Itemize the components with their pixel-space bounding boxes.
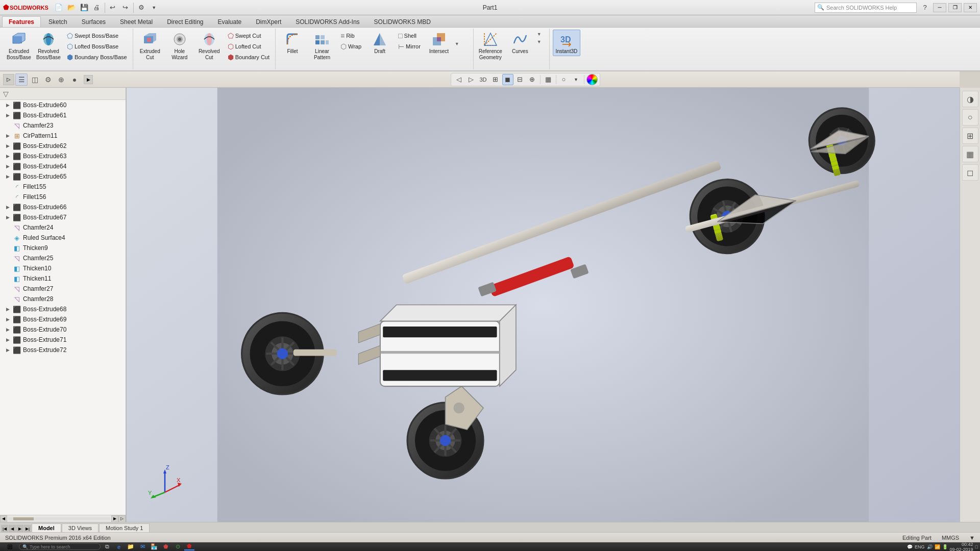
revolved-cut-btn[interactable]: RevolvedCut <box>195 30 223 62</box>
tree-item-thicken11[interactable]: ◧Thicken11 <box>0 273 126 284</box>
h-scroll-track[interactable] <box>8 517 110 520</box>
tab-addins[interactable]: SOLIDWORKS Add-Ins <box>289 16 366 27</box>
options-btn[interactable]: ⚙ <box>135 2 148 13</box>
new-btn[interactable]: 📄 <box>53 2 65 13</box>
reference-geometry-btn[interactable]: ReferenceGeometry <box>477 30 504 62</box>
tree-item-chamfer24[interactable]: ◹Chamfer24 <box>0 222 126 233</box>
curves-dropdown[interactable]: ▼ <box>536 38 546 45</box>
ref-dropdown[interactable]: ▼ <box>536 31 546 38</box>
config-manager-tab[interactable]: ⚙ <box>42 73 54 86</box>
network-icon[interactable]: 📶 <box>935 544 940 549</box>
boundary-boss-btn[interactable]: ⬢ Boundary Boss/Base <box>64 52 130 62</box>
tree-item-chamfer28[interactable]: ◹Chamfer28 <box>0 294 126 304</box>
notification-icon[interactable]: 💬 <box>907 544 913 549</box>
minimize-btn[interactable]: ─ <box>933 3 946 12</box>
tree-item-chamfer23[interactable]: ◹Chamfer23 <box>0 120 126 131</box>
appearance-btn[interactable]: ◑ <box>962 91 978 107</box>
tree-item-boss-extrude67[interactable]: ▶⬛Boss-Extrude67 <box>0 212 126 222</box>
boundary-cut-btn[interactable]: ⬢ Boundary Cut <box>225 52 272 62</box>
draft-btn[interactable]: Draft <box>366 30 394 56</box>
normal-to-btn[interactable]: ⊞ <box>490 74 501 85</box>
task-view-btn[interactable]: ⧉ <box>102 543 112 550</box>
decals-btn[interactable]: ⊞ <box>962 128 978 144</box>
scroll-right-btn[interactable]: ▶ <box>111 515 118 522</box>
tab-sheet-metal[interactable]: Sheet Metal <box>113 16 159 27</box>
edge-icon[interactable]: e <box>114 543 124 550</box>
rib-btn[interactable]: ≡ Rib <box>338 31 364 41</box>
prev-view-btn[interactable]: ◁ <box>453 74 464 85</box>
tree-item-boss-extrude64[interactable]: ▶⬛Boss-Extrude64 <box>0 161 126 171</box>
tree-item-cirpattern11[interactable]: ▶⊞CirPattern11 <box>0 131 126 141</box>
mirror-btn[interactable]: ⊢ Mirror <box>396 41 423 52</box>
mail-icon[interactable]: ✉ <box>137 543 148 550</box>
camera-btn[interactable]: ◻ <box>962 164 978 181</box>
tab-sketch[interactable]: Sketch <box>42 16 74 27</box>
tree-item-boss-extrude70[interactable]: ▶⬛Boss-Extrude70 <box>0 324 126 335</box>
display-manager-tab[interactable]: ● <box>68 73 81 86</box>
wrap-btn[interactable]: ⬡ Wrap <box>338 41 364 52</box>
sound-icon[interactable]: 🔊 <box>927 544 933 549</box>
start-btn[interactable]: ⊞ <box>2 543 17 550</box>
tab-features[interactable]: Features <box>2 16 41 27</box>
tree-item-boss-extrude62[interactable]: ▶⬛Boss-Extrude62 <box>0 141 126 151</box>
tree-item-boss-extrude60[interactable]: ▶⬛Boss-Extrude60 <box>0 100 126 110</box>
solidworks-icon[interactable]: ⬟ <box>184 543 194 550</box>
tree-item-fillet155[interactable]: ◜Fillet155 <box>0 182 126 192</box>
shaded-btn[interactable]: ◼ <box>502 74 513 85</box>
tab-nav-first[interactable]: |◀ <box>1 525 8 532</box>
tree-item-boss-extrude68[interactable]: ▶⬛Boss-Extrude68 <box>0 304 126 314</box>
tab-nav-last[interactable]: ▶| <box>24 525 31 532</box>
print-btn[interactable]: 🖨 <box>91 2 103 13</box>
save-btn[interactable]: 💾 <box>78 2 90 13</box>
hole-wizard-btn[interactable]: HoleWizard <box>166 30 193 62</box>
help-btn[interactable]: ? <box>919 2 931 13</box>
explorer-icon[interactable]: 📁 <box>126 543 136 550</box>
curves-btn[interactable]: Curves <box>506 30 534 56</box>
tree-item-boss-extrude63[interactable]: ▶⬛Boss-Extrude63 <box>0 151 126 161</box>
tree-item-boss-extrude69[interactable]: ▶⬛Boss-Extrude69 <box>0 314 126 324</box>
swept-boss-btn[interactable]: ⬠ Swept Boss/Base <box>64 31 130 41</box>
tab-nav-next[interactable]: ▶ <box>16 525 23 532</box>
appearance-indicator[interactable] <box>586 74 598 85</box>
scene-btn[interactable]: ○ <box>558 74 570 85</box>
shell-btn[interactable]: □ Shell <box>396 31 423 41</box>
3d-viewport[interactable]: X Y Z <box>127 88 960 522</box>
extruded-cut-btn[interactable]: ExtrudedCut <box>136 30 164 62</box>
tab-nav-prev[interactable]: ◀ <box>9 525 16 532</box>
tree-item-thicken9[interactable]: ◧Thicken9 <box>0 243 126 253</box>
extruded-boss-btn[interactable]: ExtrudedBoss/Base <box>5 30 33 62</box>
store-icon[interactable]: 🏪 <box>149 543 159 550</box>
intersect-btn[interactable]: Intersect <box>425 30 453 56</box>
h-scroll-thumb[interactable] <box>13 517 34 520</box>
tree-item-boss-extrude61[interactable]: ▶⬛Boss-Extrude61 <box>0 110 126 120</box>
tab-3d-views[interactable]: 3D Views <box>62 523 99 532</box>
scene-btn[interactable]: ○ <box>962 109 978 126</box>
restore-btn[interactable]: ❐ <box>948 3 962 12</box>
tree-item-fillet156[interactable]: ◜Fillet156 <box>0 192 126 202</box>
search-taskbar[interactable]: 🔍 Type here to search <box>19 543 101 550</box>
dim-xpert-tab[interactable]: ⊕ <box>55 73 67 86</box>
collapse-panel-btn[interactable]: ▷ <box>3 74 14 85</box>
open-btn[interactable]: 📂 <box>65 2 78 13</box>
display-state-btn[interactable]: ▦ <box>962 146 978 162</box>
panel-divider-btn[interactable]: ▷ <box>118 515 126 522</box>
tab-dimxpert[interactable]: DimXpert <box>249 16 288 27</box>
tree-item-thicken10[interactable]: ◧Thicken10 <box>0 263 126 273</box>
search-box[interactable]: 🔍 Search SOLIDWORKS Help <box>815 3 917 13</box>
next-view-btn[interactable]: ▷ <box>465 74 477 85</box>
tree-item-ruled-surface4[interactable]: ◈Ruled Surface4 <box>0 233 126 243</box>
view-orient-btn[interactable]: ▦ <box>543 74 554 85</box>
tab-direct-editing[interactable]: Direct Editing <box>160 16 210 27</box>
app1-icon[interactable]: ⬟ <box>161 543 171 550</box>
feature-manager-tab[interactable]: ☰ <box>15 73 28 86</box>
dropdown-features[interactable]: ▼ <box>455 41 470 46</box>
fillet-btn[interactable]: Fillet <box>279 30 306 56</box>
revolved-boss-btn[interactable]: RevolvedBoss/Base <box>35 30 62 62</box>
view-settings-btn[interactable]: ⊕ <box>527 74 538 85</box>
action-center-icon[interactable]: □ <box>975 544 978 549</box>
battery-icon[interactable]: 🔋 <box>942 544 948 549</box>
tree-item-boss-extrude66[interactable]: ▶⬛Boss-Extrude66 <box>0 202 126 212</box>
chrome-icon[interactable]: ⊙ <box>173 543 183 550</box>
tab-surfaces[interactable]: Surfaces <box>75 16 112 27</box>
instant3d-btn[interactable]: 3D Instant3D <box>553 30 580 56</box>
